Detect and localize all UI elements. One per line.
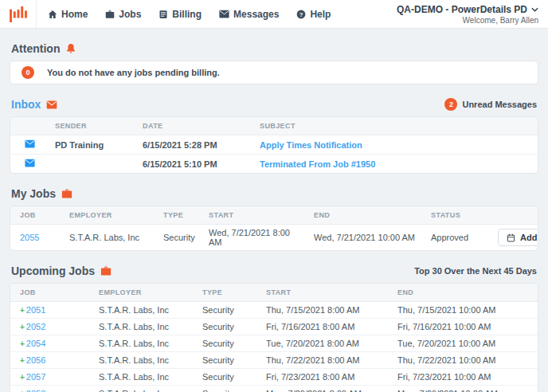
job-type: Security bbox=[196, 352, 260, 369]
nav-label: Help bbox=[310, 9, 331, 20]
job-end: Mon, 7/26/2021 10:00 AM bbox=[391, 386, 538, 392]
receipt-icon bbox=[159, 10, 168, 19]
unread-messages-indicator[interactable]: 2 Unread Messages bbox=[444, 98, 537, 111]
inbox-row[interactable]: 6/15/2021 5:10 PM Terminated From Job #1… bbox=[10, 155, 538, 174]
job-start: Tue, 7/20/2021 8:00 AM bbox=[260, 335, 391, 352]
job-end: Fri, 7/23/2021 10:00 AM bbox=[391, 369, 538, 386]
welcome-text: Welcome, Barry Allen bbox=[397, 16, 538, 25]
column-header-end: END bbox=[307, 206, 425, 225]
nav-item-jobs[interactable]: Jobs bbox=[105, 9, 141, 20]
upcoming-jobs-table-header-row: JOB EMPLOYER TYPE START END bbox=[10, 284, 538, 302]
column-header-start: START bbox=[260, 284, 391, 302]
message-subject-link[interactable]: Apply Times Notification bbox=[260, 140, 362, 150]
svg-text:?: ? bbox=[299, 10, 303, 18]
inbox-row[interactable]: PD Training 6/15/2021 5:28 PM Apply Time… bbox=[10, 135, 538, 155]
my-jobs-title-label: My Jobs bbox=[11, 187, 56, 200]
message-subject-link[interactable]: Terminated From Job #1950 bbox=[260, 159, 375, 169]
envelope-icon bbox=[25, 139, 35, 148]
inbox-table: SENDER DATE SUBJECT PD Training 6/15/202… bbox=[10, 117, 538, 173]
job-status: Approved bbox=[425, 225, 491, 251]
message-sender: PD Training bbox=[49, 135, 136, 155]
job-employer: S.T.A.R. Labs, Inc bbox=[63, 225, 157, 251]
nav-label: Messages bbox=[233, 9, 279, 20]
help-icon: ? bbox=[296, 10, 306, 19]
account-area: QA-DEMO - PowerDetails PD Welcome, Barry… bbox=[397, 4, 548, 25]
job-employer: S.T.A.R. Labs, Inc bbox=[92, 302, 196, 319]
job-type: Security bbox=[157, 225, 202, 251]
nav-item-help[interactable]: ? Help bbox=[296, 9, 331, 20]
inbox-panel: SENDER DATE SUBJECT PD Training 6/15/202… bbox=[10, 116, 538, 174]
job-number-link[interactable]: 2051 bbox=[26, 305, 45, 315]
upcoming-jobs-note: Top 30 Over the Next 45 Days bbox=[414, 266, 537, 276]
upcoming-job-row: +2056 S.T.A.R. Labs, Inc Security Thu, 7… bbox=[10, 352, 538, 369]
plus-icon: + bbox=[20, 373, 25, 382]
job-number-link[interactable]: 2055 bbox=[20, 233, 39, 242]
upcoming-job-row: +2054 S.T.A.R. Labs, Inc Security Tue, 7… bbox=[10, 335, 538, 352]
attention-title-label: Attention bbox=[11, 42, 60, 55]
job-start: Thu, 7/22/2021 8:00 AM bbox=[260, 352, 391, 369]
column-header-start: START bbox=[202, 206, 307, 225]
briefcase-icon bbox=[61, 188, 72, 199]
home-icon bbox=[48, 10, 57, 19]
upcoming-job-row: +2052 S.T.A.R. Labs, Inc Security Fri, 7… bbox=[10, 319, 538, 335]
envelope-icon bbox=[46, 100, 57, 109]
column-header-sender: SENDER bbox=[49, 117, 136, 135]
job-end: Tue, 7/20/2021 10:00 AM bbox=[391, 335, 538, 352]
inbox-title[interactable]: Inbox bbox=[11, 98, 57, 111]
nav-item-messages[interactable]: Messages bbox=[219, 9, 279, 20]
job-type: Security bbox=[196, 335, 260, 352]
upcoming-jobs-panel: JOB EMPLOYER TYPE START END +2051 S.T.A.… bbox=[10, 283, 538, 392]
nav-label: Home bbox=[61, 9, 88, 20]
inbox-header: Inbox 2 Unread Messages bbox=[11, 98, 537, 111]
upcoming-jobs-title-label: Upcoming Jobs bbox=[11, 265, 95, 277]
envelope-icon bbox=[25, 159, 35, 167]
page-content: Attention 0 You do not have any jobs pen… bbox=[0, 42, 548, 392]
job-number-link[interactable]: 2052 bbox=[26, 322, 45, 331]
account-name-label: QA-DEMO - PowerDetails PD bbox=[397, 4, 527, 15]
job-number-link[interactable]: 2058 bbox=[26, 389, 45, 392]
column-header-employer: EMPLOYER bbox=[63, 206, 157, 225]
logo-bars-icon bbox=[9, 6, 28, 22]
job-end: Thu, 7/22/2021 10:00 AM bbox=[391, 352, 538, 369]
upcoming-jobs-table: JOB EMPLOYER TYPE START END +2051 S.T.A.… bbox=[10, 284, 538, 392]
column-header-actions bbox=[491, 206, 538, 225]
plus-icon: + bbox=[20, 356, 25, 365]
message-sender bbox=[49, 155, 136, 174]
envelope-icon bbox=[219, 10, 229, 18]
job-number-link[interactable]: 2054 bbox=[26, 339, 45, 348]
job-end: Wed, 7/21/2021 10:00 AM bbox=[307, 225, 425, 251]
job-start: Thu, 7/15/2021 8:00 AM bbox=[260, 302, 391, 319]
powerdetails-logo[interactable] bbox=[0, 0, 37, 29]
attention-count-badge: 0 bbox=[22, 66, 34, 79]
nav-item-billing[interactable]: Billing bbox=[159, 9, 202, 20]
my-job-row: 2055 S.T.A.R. Labs, Inc Security Wed, 7/… bbox=[10, 225, 538, 251]
job-end: Fri, 7/16/2021 10:00 AM bbox=[391, 319, 538, 335]
column-header-icon bbox=[10, 117, 49, 135]
column-header-job: JOB bbox=[10, 284, 92, 302]
job-start: Mon, 7/26/2021 8:00 AM bbox=[260, 386, 391, 392]
nav-item-home[interactable]: Home bbox=[48, 9, 88, 20]
job-end: Thu, 7/15/2021 10:00 AM bbox=[391, 302, 538, 319]
job-type: Security bbox=[196, 302, 260, 319]
nav-label: Billing bbox=[172, 9, 202, 20]
job-employer: S.T.A.R. Labs, Inc bbox=[92, 319, 196, 335]
upcoming-jobs-title: Upcoming Jobs bbox=[11, 265, 112, 277]
message-date: 6/15/2021 5:10 PM bbox=[136, 155, 253, 174]
attention-message: You do not have any jobs pending billing… bbox=[47, 68, 220, 77]
account-menu[interactable]: QA-DEMO - PowerDetails PD bbox=[397, 4, 538, 15]
upcoming-jobs-header: Upcoming Jobs Top 30 Over the Next 45 Da… bbox=[11, 265, 537, 277]
job-start: Fri, 7/16/2021 8:00 AM bbox=[260, 319, 391, 335]
job-type: Security bbox=[196, 369, 260, 386]
job-number-link[interactable]: 2056 bbox=[26, 355, 45, 365]
column-header-status: STATUS bbox=[425, 206, 491, 225]
job-employer: S.T.A.R. Labs, Inc bbox=[92, 335, 196, 352]
job-type: Security bbox=[196, 386, 260, 392]
add-button[interactable]: Add bbox=[498, 229, 538, 246]
job-number-link[interactable]: 2057 bbox=[26, 372, 45, 382]
upcoming-job-row: +2058 S.T.A.R. Labs, Inc Security Mon, 7… bbox=[10, 386, 538, 392]
briefcase-icon bbox=[105, 10, 115, 19]
calendar-icon bbox=[507, 233, 515, 242]
plus-icon: + bbox=[20, 306, 25, 315]
main-nav: Home Jobs Billing Messages ? Help bbox=[37, 9, 397, 20]
my-jobs-title: My Jobs bbox=[11, 187, 72, 200]
